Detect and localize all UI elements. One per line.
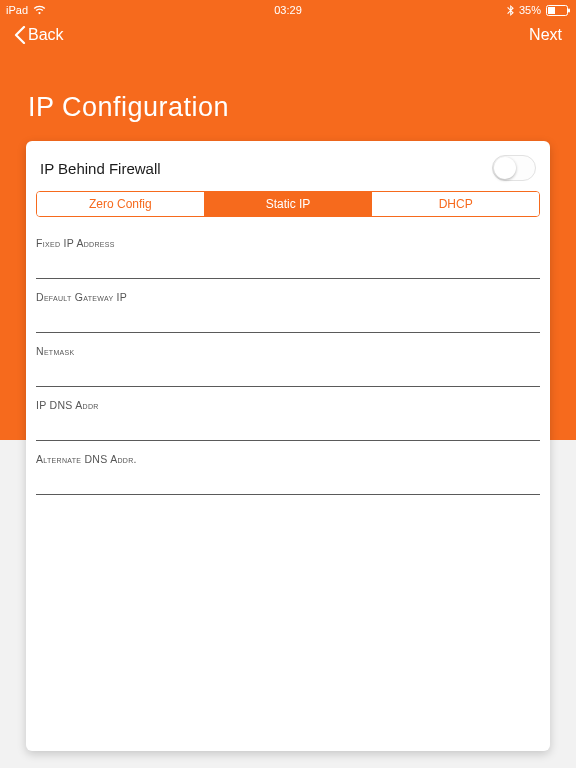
netmask-input[interactable] bbox=[36, 361, 540, 387]
firewall-toggle[interactable] bbox=[492, 155, 536, 181]
field-label: Netmask bbox=[36, 345, 540, 357]
fields: Fixed IP Address Default Gateway IP Netm… bbox=[26, 225, 550, 495]
firewall-row: IP Behind Firewall bbox=[26, 151, 550, 191]
fixed-ip-input[interactable] bbox=[36, 253, 540, 279]
ip-dns-input[interactable] bbox=[36, 415, 540, 441]
next-label: Next bbox=[529, 26, 562, 43]
status-time: 03:29 bbox=[0, 4, 576, 16]
page-title: IP Configuration bbox=[0, 52, 576, 141]
status-right: 35% bbox=[507, 4, 570, 16]
back-button[interactable]: Back bbox=[14, 26, 64, 44]
segment-dhcp[interactable]: DHCP bbox=[372, 192, 539, 216]
segment-zero-config[interactable]: Zero Config bbox=[37, 192, 205, 216]
bluetooth-icon bbox=[507, 5, 514, 16]
nav-bar: Back Next bbox=[0, 18, 576, 52]
default-gateway-input[interactable] bbox=[36, 307, 540, 333]
svg-rect-1 bbox=[548, 7, 555, 14]
field-alt-dns: Alternate DNS Addr. bbox=[36, 441, 540, 495]
field-label: IP DNS Addr bbox=[36, 399, 540, 411]
status-left: iPad bbox=[6, 4, 46, 16]
field-ip-dns: IP DNS Addr bbox=[36, 387, 540, 441]
segment-static-ip[interactable]: Static IP bbox=[205, 192, 373, 216]
firewall-label: IP Behind Firewall bbox=[40, 160, 161, 177]
back-label: Back bbox=[28, 26, 64, 44]
battery-percent: 35% bbox=[519, 4, 541, 16]
alt-dns-input[interactable] bbox=[36, 469, 540, 495]
battery-icon bbox=[546, 5, 570, 16]
device-label: iPad bbox=[6, 4, 28, 16]
toggle-knob bbox=[494, 157, 516, 179]
field-label: Alternate DNS Addr. bbox=[36, 453, 540, 465]
field-label: Fixed IP Address bbox=[36, 237, 540, 249]
config-card: IP Behind Firewall Zero Config Static IP… bbox=[26, 141, 550, 751]
status-bar: iPad 03:29 35% bbox=[0, 0, 576, 18]
svg-rect-2 bbox=[568, 8, 570, 12]
field-default-gateway: Default Gateway IP bbox=[36, 279, 540, 333]
field-label: Default Gateway IP bbox=[36, 291, 540, 303]
field-fixed-ip: Fixed IP Address bbox=[36, 225, 540, 279]
field-netmask: Netmask bbox=[36, 333, 540, 387]
chevron-left-icon bbox=[14, 26, 26, 44]
next-button[interactable]: Next bbox=[529, 26, 562, 44]
wifi-icon bbox=[33, 5, 46, 15]
ip-mode-segmented-control: Zero Config Static IP DHCP bbox=[36, 191, 540, 217]
